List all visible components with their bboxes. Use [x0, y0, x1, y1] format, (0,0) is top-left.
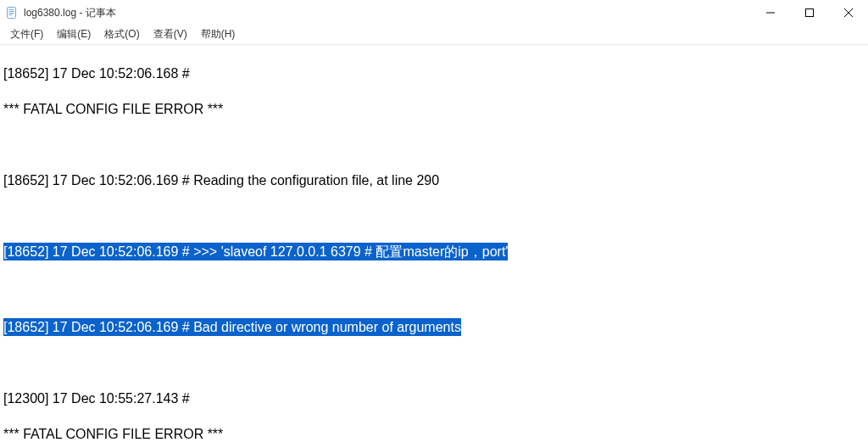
window-controls [751, 0, 868, 25]
maximize-button[interactable] [790, 0, 829, 25]
menu-format[interactable]: 格式(O) [97, 27, 146, 42]
log-line: [18652] 17 Dec 10:52:06.169 # Reading th… [3, 171, 865, 189]
menu-help[interactable]: 帮助(H) [194, 27, 242, 42]
menu-file[interactable]: 文件(F) [3, 27, 50, 42]
menu-edit[interactable]: 编辑(E) [50, 27, 97, 42]
minimize-button[interactable] [751, 0, 790, 25]
log-line: *** FATAL CONFIG FILE ERROR *** [3, 425, 865, 443]
log-line [3, 207, 865, 225]
window-title: log6380.log - 记事本 [24, 6, 116, 20]
log-line [3, 136, 865, 154]
menu-view[interactable]: 查看(V) [147, 27, 194, 42]
close-button[interactable] [829, 0, 868, 25]
log-line: *** FATAL CONFIG FILE ERROR *** [3, 100, 865, 118]
log-line-selected: [18652] 17 Dec 10:52:06.169 # >>> 'slave… [3, 243, 508, 260]
log-line-selected: [18652] 17 Dec 10:52:06.169 # Bad direct… [3, 318, 461, 336]
log-line [3, 354, 865, 372]
log-line: [18652] 17 Dec 10:52:06.168 # [3, 64, 865, 82]
text-area[interactable]: [18652] 17 Dec 10:52:06.168 # *** FATAL … [0, 45, 868, 448]
titlebar: log6380.log - 记事本 [0, 0, 868, 25]
notepad-document-icon [5, 6, 19, 20]
svg-rect-6 [806, 9, 814, 17]
log-line: [12300] 17 Dec 10:55:27.143 # [3, 389, 865, 407]
menubar: 文件(F) 编辑(E) 格式(O) 查看(V) 帮助(H) [0, 25, 868, 45]
